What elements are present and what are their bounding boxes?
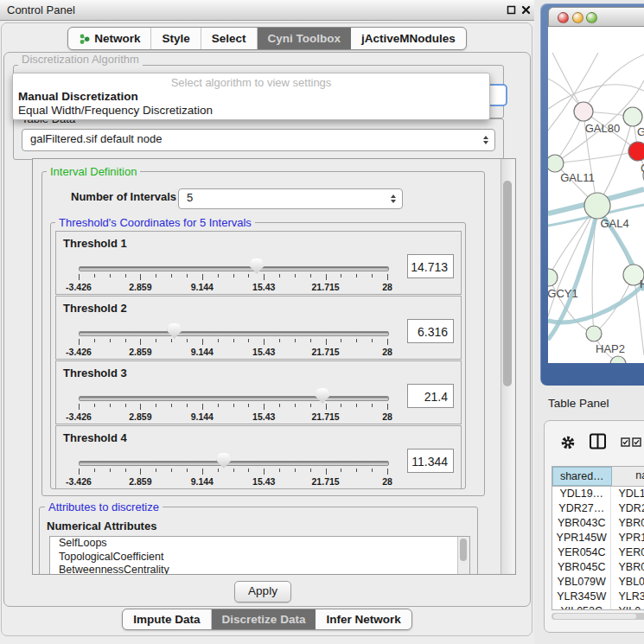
- cell-shared-name: YDR27…: [552, 501, 611, 516]
- mode-tabs: NetworkStyleSelectCyni ToolboxjActiveMNo…: [67, 27, 467, 50]
- minor-tick: [156, 404, 156, 407]
- network-node[interactable]: [623, 107, 642, 126]
- table-row[interactable]: YPR145WYPR1: [552, 531, 644, 545]
- table-data-combo[interactable]: galFiltered.sif default node: [22, 129, 495, 151]
- tick-label: 15.43: [240, 347, 287, 357]
- minor-tick: [341, 469, 341, 472]
- spinner-arrows-icon[interactable]: [391, 194, 396, 203]
- gear-icon[interactable]: [560, 435, 576, 450]
- slider-thumb[interactable]: [316, 388, 329, 404]
- thresholds-group-title: Threshold's Coordinates for 5 Intervals: [55, 216, 255, 229]
- tick-label: 2.859: [117, 347, 163, 357]
- tick-label: 9.144: [179, 411, 226, 422]
- table-row[interactable]: YIL052CYIL0: [552, 604, 644, 610]
- threshold-value-field[interactable]: 11.344: [407, 449, 454, 473]
- zoom-traffic-light[interactable]: [586, 12, 597, 23]
- minor-tick: [341, 404, 341, 407]
- attribute-item-selfloops[interactable]: SelfLoops: [50, 537, 469, 551]
- attributes-list-scrollbar[interactable]: [457, 537, 469, 575]
- network-canvas[interactable]: GAL80GACGAL11GAL4GCY1HHAP2: [548, 27, 644, 363]
- slider-track[interactable]: [79, 331, 389, 336]
- tab-impute-data[interactable]: Impute Data: [123, 609, 211, 629]
- float-icon[interactable]: [507, 5, 516, 15]
- threshold-value-field[interactable]: 21.4: [407, 384, 454, 408]
- checkbox-icon[interactable]: [632, 437, 641, 447]
- table-row[interactable]: YLR345WYLR3: [552, 590, 644, 604]
- major-tick: [326, 469, 327, 475]
- minor-tick: [125, 469, 126, 472]
- cell-shared-name: YBR045C: [552, 560, 611, 575]
- slider-track[interactable]: [79, 461, 389, 466]
- minor-tick: [341, 339, 341, 342]
- table-row[interactable]: YDL19…YDL1: [552, 487, 644, 501]
- table-row[interactable]: YDR27…YDR2: [552, 501, 644, 516]
- threshold-value-field[interactable]: 6.316: [407, 319, 454, 343]
- cell-shared-name: YLR345W: [552, 590, 611, 604]
- combo-arrows-icon[interactable]: [483, 136, 488, 144]
- network-node[interactable]: [628, 142, 644, 161]
- network-node[interactable]: [584, 193, 610, 219]
- minor-tick: [248, 404, 249, 407]
- settings-scrollbar[interactable]: [501, 159, 514, 574]
- num-intervals-spinner[interactable]: 5: [178, 188, 403, 209]
- minor-tick: [218, 404, 219, 407]
- network-edge: [555, 151, 638, 163]
- tab-discretize-data[interactable]: Discretize Data: [212, 609, 316, 629]
- threshold-label: Threshold 3: [63, 367, 127, 379]
- column-header-name[interactable]: na: [612, 467, 644, 486]
- cell-name: YDL1: [611, 487, 644, 501]
- table-row[interactable]: YER054CYER0: [552, 545, 644, 560]
- algorithm-option-equal-width-frequency-discretization[interactable]: Equal Width/Frequency Discretization: [18, 104, 213, 117]
- attribute-item-topologicalcoefficient[interactable]: TopologicalCoefficient: [50, 551, 469, 564]
- table-hscrollbar[interactable]: [552, 613, 644, 620]
- close-traffic-light[interactable]: [558, 12, 569, 23]
- split-columns-icon[interactable]: [590, 433, 607, 450]
- settings-scrollbar-thumb[interactable]: [503, 181, 512, 386]
- slider-thumb[interactable]: [168, 323, 182, 339]
- tab-style[interactable]: Style: [151, 28, 201, 49]
- major-tick: [387, 469, 388, 475]
- column-header-shared-name[interactable]: shared…: [552, 467, 612, 486]
- table-row[interactable]: YBR043CYBR0: [552, 516, 644, 531]
- slider-thumb[interactable]: [217, 453, 231, 469]
- tick-label: -3.426: [55, 411, 102, 422]
- threshold-value-field[interactable]: 14.713: [407, 254, 454, 278]
- tab-select[interactable]: Select: [201, 28, 258, 49]
- tab-infer-network[interactable]: Infer Network: [316, 609, 411, 629]
- close-icon[interactable]: [521, 5, 531, 15]
- network-node[interactable]: [574, 102, 593, 121]
- checkbox-icon[interactable]: [621, 437, 630, 447]
- tab-network[interactable]: Network: [68, 28, 151, 49]
- table-header-row: shared… na: [552, 467, 644, 487]
- slider-track[interactable]: [79, 396, 389, 401]
- attribute-item-betweennesscentrality[interactable]: BetweennessCentrality: [50, 564, 469, 575]
- major-tick: [79, 274, 80, 280]
- threshold-label: Threshold 4: [63, 431, 127, 444]
- network-node[interactable]: [548, 155, 564, 172]
- tab-jactivemnodules[interactable]: jActiveMNodules: [351, 28, 466, 49]
- tab-cyni-toolbox[interactable]: Cyni Toolbox: [258, 28, 352, 49]
- apply-button[interactable]: Apply: [234, 581, 291, 603]
- minimize-traffic-light[interactable]: [572, 12, 583, 23]
- minor-tick: [279, 339, 280, 342]
- cell-name: YLR3: [611, 590, 644, 604]
- minor-tick: [295, 469, 296, 472]
- cell-name: YDR2: [611, 501, 644, 516]
- table-hscrollbar-thumb[interactable]: [553, 614, 636, 619]
- network-node[interactable]: [586, 326, 602, 341]
- table-row[interactable]: YBR045CYBR0: [552, 560, 644, 575]
- algorithm-option-manual-discretization[interactable]: Manual Discretization: [18, 90, 138, 103]
- minor-tick: [110, 404, 111, 407]
- minor-tick: [171, 404, 172, 407]
- network-node[interactable]: [548, 269, 558, 286]
- slider-thumb[interactable]: [250, 258, 264, 274]
- minor-tick: [279, 404, 280, 407]
- cell-shared-name: YPR145W: [552, 531, 611, 545]
- minor-tick: [125, 274, 126, 277]
- table-row[interactable]: YBL079WYBL0: [552, 575, 644, 590]
- slider-track[interactable]: [79, 266, 389, 271]
- control-panel-titlebar: Control Panel: [0, 0, 534, 21]
- minor-tick: [356, 404, 357, 407]
- major-tick: [264, 274, 265, 280]
- network-node[interactable]: [610, 356, 626, 363]
